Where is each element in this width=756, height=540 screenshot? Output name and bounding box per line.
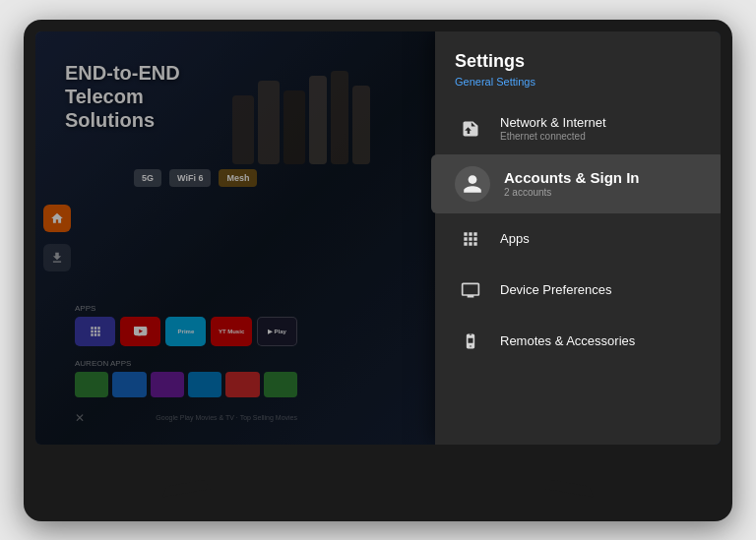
ytmusic-tile[interactable]: YT Music [211,317,251,346]
aureon-section: Aureon Apps [75,359,297,397]
network-text: Network & Internet Ethernet connected [500,115,701,142]
settings-subtitle[interactable]: General Settings [435,76,721,103]
settings-panel: Settings General Settings Network & Inte… [435,31,721,445]
remotes-label: Remotes & Accessories [500,333,701,348]
mesh-badge: Mesh [219,169,257,187]
bottom-icon: ✕ [75,411,85,425]
aureon-row [75,372,297,397]
prime-tile[interactable]: Prime [165,317,206,346]
apps-tile[interactable] [75,317,115,346]
tv-frame: END-to-ENDTelecomSolutions 5G WiFi 6 Mes… [24,20,732,521]
device-icon [455,274,486,306]
person-icon [455,166,490,202]
googleplay-tile[interactable]: ▶ Play [257,317,297,346]
aureon-tile-5[interactable] [225,372,259,397]
network-label: Network & Internet [500,115,701,130]
settings-item-accounts[interactable]: Accounts & Sign In 2 accounts [431,154,721,213]
device-label: Device Preferences [500,282,701,297]
settings-item-remotes[interactable]: Remotes & Accessories [435,316,721,367]
download-icon[interactable] [43,244,71,271]
stand-leg-left [154,440,211,497]
aureon-tile-6[interactable] [264,372,297,397]
bottom-bar: ✕ Google Play Movies & TV · Top Selling … [75,411,297,425]
apps-icon [455,223,486,255]
product-images [232,46,459,164]
remotes-text: Remotes & Accessories [500,333,701,348]
stand-leg-right [545,440,602,497]
settings-title: Settings [435,51,721,76]
aureon-label: Aureon Apps [75,359,297,368]
5g-badge: 5G [134,169,161,187]
network-icon [455,113,486,145]
network-sublabel: Ethernet connected [500,131,701,142]
aureon-tile-3[interactable] [151,372,184,397]
aureon-tile-4[interactable] [188,372,221,397]
settings-item-apps[interactable]: Apps [435,213,721,265]
apps-row: Prime YT Music ▶ Play [75,317,297,346]
accounts-label: Accounts & Sign In [504,169,701,186]
apps-label: Apps [75,304,297,313]
home-icon[interactable] [43,205,71,232]
remote-icon [455,326,486,357]
bottom-text: Google Play Movies & TV · Top Selling Mo… [156,414,297,421]
aureon-tile-2[interactable] [112,372,146,397]
settings-item-network[interactable]: Network & Internet Ethernet connected [435,103,721,154]
wifi-badge: WiFi 6 [169,169,211,187]
apps-section: Apps Prime YT Music ▶ Play [75,304,297,346]
youtube-tile[interactable] [120,317,160,346]
badges-row: 5G WiFi 6 Mesh [134,169,257,187]
tv-screen: END-to-ENDTelecomSolutions 5G WiFi 6 Mes… [35,31,721,445]
settings-item-device[interactable]: Device Preferences [435,265,721,316]
device-text: Device Preferences [500,282,701,297]
accounts-sublabel: 2 accounts [504,187,701,198]
aureon-tile-1[interactable] [75,372,108,397]
tv-stand [35,445,721,499]
apps-settings-label: Apps [500,231,701,246]
tv-sidebar [43,205,71,271]
apps-text: Apps [500,231,701,246]
accounts-text: Accounts & Sign In 2 accounts [504,169,701,198]
